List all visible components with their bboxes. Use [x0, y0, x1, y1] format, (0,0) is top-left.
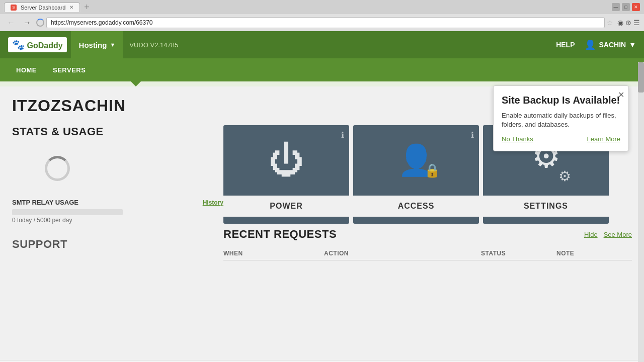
- access-card-label: ACCESS: [353, 196, 479, 217]
- recent-section: RECENT REQUESTS Hide See More WHEN ACTIO…: [223, 228, 632, 260]
- popup-links: No Thanks Learn More: [502, 135, 620, 143]
- logo-box: 🐾 GoDaddy: [8, 37, 67, 52]
- close-button[interactable]: ✕: [632, 3, 640, 11]
- loading-indicator: [36, 19, 44, 27]
- recent-title: RECENT REQUESTS: [223, 228, 337, 241]
- hide-link[interactable]: Hide: [584, 231, 598, 238]
- user-caret-icon: ▼: [629, 41, 636, 49]
- minimize-button[interactable]: —: [612, 3, 620, 11]
- power-icon: ⏻: [269, 140, 304, 180]
- address-bar[interactable]: https://myservers.godaddy.com/66370: [46, 17, 605, 28]
- support-title: SUPPORT: [12, 238, 223, 251]
- hosting-button[interactable]: Hosting ▼: [71, 31, 124, 58]
- godaddy-header: 🐾 GoDaddy Hosting ▼ VUDO V2.14785 HELP 👤…: [0, 31, 644, 58]
- header-right: HELP 👤 SACHIN ▼: [556, 39, 636, 50]
- logo-text: GoDaddy: [27, 41, 62, 50]
- smtp-count: 0 today / 5000 per day: [12, 217, 223, 224]
- learn-more-link[interactable]: Learn More: [587, 135, 620, 143]
- access-lock-icon: 🔒: [424, 163, 440, 178]
- loading-spinner: [45, 156, 70, 181]
- access-icon-wrap: 👤 🔒: [397, 145, 435, 175]
- settings-gear2-icon: ⚙: [558, 168, 571, 185]
- col-status: STATUS: [481, 250, 556, 257]
- power-info-icon[interactable]: ℹ: [341, 130, 344, 140]
- back-button[interactable]: ←: [4, 17, 18, 28]
- stats-title: STATS & USAGE: [12, 125, 223, 138]
- forward-button[interactable]: →: [20, 17, 34, 28]
- hosting-caret-icon: ▼: [110, 42, 115, 48]
- smtp-title-row: SMTP RELAY USAGE History: [12, 199, 223, 206]
- access-card[interactable]: ℹ 👤 🔒 ACCESS: [353, 125, 479, 224]
- loading-spinner-container: [12, 148, 103, 189]
- recent-table-header: WHEN ACTION STATUS NOTE: [223, 247, 632, 260]
- support-section: SUPPORT: [12, 228, 223, 260]
- access-info-icon[interactable]: ℹ: [471, 130, 474, 140]
- user-button[interactable]: 👤 SACHIN ▼: [585, 39, 636, 50]
- smtp-section: SMTP RELAY USAGE History 0 today / 5000 …: [12, 199, 223, 224]
- col-action: ACTION: [324, 250, 481, 257]
- recent-controls: Hide See More: [584, 231, 632, 238]
- logo-icon: 🐾: [12, 39, 25, 50]
- access-card-body: 👤 🔒: [353, 125, 479, 196]
- smtp-bar: [12, 209, 123, 215]
- help-link[interactable]: HELP: [556, 41, 575, 49]
- col-when: WHEN: [223, 250, 324, 257]
- godaddy-logo[interactable]: 🐾 GoDaddy: [8, 37, 67, 52]
- popup-title: Site Backup Is Available!: [502, 94, 620, 106]
- backup-popup: ✕ Site Backup Is Available! Enable autom…: [493, 85, 629, 151]
- user-label: SACHIN: [599, 41, 626, 49]
- power-card[interactable]: ℹ ⏻ POWER: [223, 125, 349, 224]
- user-icon: 👤: [585, 39, 596, 50]
- see-more-link[interactable]: See More: [604, 231, 632, 238]
- bottom-row: SUPPORT RECENT REQUESTS Hide See More WH…: [12, 228, 632, 260]
- sub-nav: HOME SERVERS: [0, 58, 644, 81]
- vudo-label: VUDO V2.14785: [129, 41, 178, 49]
- stats-left: STATS & USAGE SMTP RELAY USAGE History 0…: [12, 125, 223, 224]
- footer-bar: Copyright © 1999 – 2015 GoDaddy Operatin…: [0, 360, 644, 362]
- nav-extra-btn-3[interactable]: ☰: [633, 19, 640, 27]
- tab-title: Server Dashboard: [21, 5, 65, 11]
- smtp-history-link[interactable]: History: [203, 199, 223, 206]
- col-note: NOTE: [556, 250, 632, 257]
- popup-close-button[interactable]: ✕: [618, 90, 624, 100]
- maximize-button[interactable]: □: [622, 3, 630, 11]
- hosting-label: Hosting: [79, 41, 107, 49]
- power-card-body: ⏻: [223, 125, 349, 196]
- browser-tab[interactable]: S Server Dashboard ✕: [4, 3, 80, 12]
- tab-close-icon[interactable]: ✕: [69, 5, 73, 10]
- bookmark-icon[interactable]: ☆: [607, 19, 613, 27]
- new-tab-button[interactable]: +: [84, 2, 90, 13]
- url-text: https://myservers.godaddy.com/66370: [51, 19, 600, 26]
- no-thanks-link[interactable]: No Thanks: [502, 135, 533, 143]
- nav-item-servers[interactable]: SERVERS: [45, 58, 94, 81]
- scrollbar[interactable]: [638, 62, 644, 362]
- scrollbar-thumb[interactable]: [638, 62, 644, 93]
- recent-header: RECENT REQUESTS Hide See More: [223, 228, 632, 241]
- nav-item-home[interactable]: HOME: [8, 58, 45, 81]
- smtp-title-text: SMTP RELAY USAGE: [12, 199, 78, 206]
- nav-extra-btn-1[interactable]: ◉: [617, 19, 623, 27]
- nav-extra-btn-2[interactable]: ⊕: [625, 19, 631, 27]
- tab-favicon: S: [11, 5, 17, 11]
- power-card-label: POWER: [223, 196, 349, 217]
- settings-card-label: SETTINGS: [483, 196, 609, 217]
- popup-body: Enable automatic daily backups of files,…: [502, 111, 620, 129]
